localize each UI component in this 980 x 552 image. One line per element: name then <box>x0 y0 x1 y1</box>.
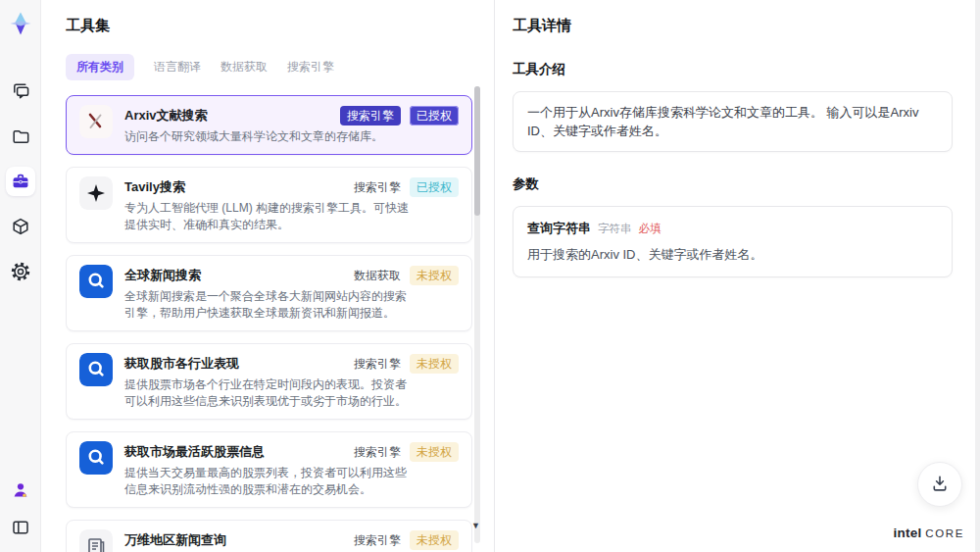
param-header: 查询字符串 字符串 必填 <box>527 220 938 237</box>
tool-card[interactable]: Tavily搜索专为人工智能代理 (LLM) 构建的搜索引擎工具。可快速提供实时… <box>66 167 472 243</box>
tools-list-panel: 工具集 所有类别语言翻译数据获取搜索引擎 Arxiv文献搜索访问各个研究领域大量… <box>42 0 494 552</box>
tool-description: 全球新闻搜索是一个聚合全球各大新闻网站内容的搜索引擎，帮助用户快速获取全球最新资… <box>124 288 412 322</box>
list-scrollbar[interactable] <box>474 86 480 543</box>
category-badge: 搜索引擎 <box>354 177 401 197</box>
user-avatar[interactable] <box>6 476 35 505</box>
tool-badges: 搜索引擎未授权 <box>354 530 459 550</box>
download-button[interactable] <box>917 462 962 507</box>
app-logo[interactable] <box>7 10 34 37</box>
user-icon <box>9 478 32 502</box>
window-scrollbar[interactable] <box>975 0 980 552</box>
intro-box: 一个用于从Arxiv存储库搜索科学论文和文章的工具。 输入可以是Arxiv ID… <box>513 91 953 152</box>
auth-status-badge: 未授权 <box>410 442 459 462</box>
panel-icon <box>9 516 32 539</box>
gear-icon <box>9 260 32 283</box>
chat-icon <box>9 79 32 103</box>
tool-detail-panel: 工具详情 工具介绍 一个用于从Arxiv存储库搜索科学论文和文章的工具。 输入可… <box>494 0 974 552</box>
tool-card[interactable]: 获取股市各行业表现提供股票市场各个行业在特定时间段内的表现。投资者可以利用这些信… <box>66 343 472 420</box>
category-tabs: 所有类别语言翻译数据获取搜索引擎 <box>66 54 494 80</box>
sidebar-item-tools[interactable] <box>6 167 35 196</box>
sidebar <box>0 0 41 552</box>
param-description: 用于搜索的Arxiv ID、关键字或作者姓名。 <box>527 246 938 264</box>
tool-badges: 搜索引擎已授权 <box>354 177 459 197</box>
list-scrollbar-thumb[interactable] <box>474 86 480 216</box>
tool-card[interactable]: 全球新闻搜索全球新闻搜索是一个聚合全球各大新闻网站内容的搜索引擎，帮助用户快速获… <box>66 255 472 331</box>
param-required-badge: 必填 <box>639 222 662 236</box>
detail-title: 工具详情 <box>513 17 953 35</box>
download-icon <box>928 472 952 498</box>
sidebar-item-files[interactable] <box>6 122 35 151</box>
auth-status-badge: 未授权 <box>410 354 459 374</box>
blue-search-icon <box>79 441 113 475</box>
core-wordmark: core <box>925 527 964 539</box>
newspaper-icon <box>79 529 113 552</box>
category-badge: 数据获取 <box>354 266 401 285</box>
toolbox-icon <box>9 170 32 193</box>
sparkle-icon <box>79 176 113 210</box>
blue-search-icon <box>79 265 113 298</box>
tab-1[interactable]: 语言翻译 <box>154 59 201 75</box>
tool-list: Arxiv文献搜索访问各个研究领域大量科学论文和文章的存储库。搜索引擎已授权Ta… <box>66 95 472 552</box>
folder-icon <box>9 125 32 148</box>
category-badge: 搜索引擎 <box>354 354 401 374</box>
tool-body: 万维地区新闻查询查询具体行政区划内的新闻，快速了解各地新闻动 <box>124 529 383 552</box>
auth-status-badge: 已授权 <box>410 106 459 125</box>
sidebar-item-settings[interactable] <box>6 257 35 286</box>
arxiv-icon <box>79 105 113 138</box>
tool-description: 提供股票市场各个行业在特定时间段内的表现。投资者可以利用这些信息来识别表现优于或… <box>124 376 412 410</box>
tool-badges: 数据获取未授权 <box>354 266 459 285</box>
intro-heading: 工具介绍 <box>513 61 953 78</box>
tab-2[interactable]: 数据获取 <box>220 59 268 75</box>
page-title: 工具集 <box>66 17 494 35</box>
intro-text: 一个用于从Arxiv存储库搜索科学论文和文章的工具。 输入可以是Arxiv ID… <box>527 103 938 140</box>
tool-description: 提供当天交易量最高的股票列表，投资者可以利用这些信息来识别流动性强的股票和潜在的… <box>124 465 412 498</box>
sidebar-bottom <box>6 476 35 542</box>
tool-description: 访问各个研究领域大量科学论文和文章的存储库。 <box>124 128 383 145</box>
category-badge: 搜索引擎 <box>354 530 401 550</box>
params-heading: 参数 <box>513 176 953 193</box>
cube-icon <box>9 215 32 238</box>
diamond-logo-icon <box>7 10 34 37</box>
category-badge: 搜索引擎 <box>354 442 401 462</box>
tab-3[interactable]: 搜索引擎 <box>287 59 334 75</box>
tool-badges: 搜索引擎未授权 <box>354 354 459 374</box>
intel-core-logo: intel core <box>894 526 964 540</box>
param-name: 查询字符串 <box>527 220 591 237</box>
sidebar-item-models[interactable] <box>6 212 35 241</box>
intel-wordmark: intel <box>894 526 922 540</box>
sidebar-nav <box>6 76 35 286</box>
tool-card[interactable]: 获取市场最活跃股票信息提供当天交易量最高的股票列表，投资者可以利用这些信息来识别… <box>66 431 472 508</box>
sidebar-item-chat[interactable] <box>6 76 35 106</box>
collapse-sidebar-button[interactable] <box>6 513 35 542</box>
tool-card[interactable]: 万维地区新闻查询查询具体行政区划内的新闻，快速了解各地新闻动搜索引擎未授权 <box>66 520 472 552</box>
auth-status-badge: 未授权 <box>410 530 459 550</box>
param-box: 查询字符串 字符串 必填 用于搜索的Arxiv ID、关键字或作者姓名。 <box>513 206 953 277</box>
tool-badges: 搜索引擎未授权 <box>354 442 459 462</box>
param-type: 字符串 <box>598 222 632 236</box>
category-badge: 搜索引擎 <box>340 106 401 125</box>
scroll-down-arrow[interactable]: ▼ <box>471 521 480 530</box>
tool-badges: 搜索引擎已授权 <box>340 106 459 125</box>
tool-name: 万维地区新闻查询 <box>124 531 383 549</box>
tab-0[interactable]: 所有类别 <box>66 54 134 80</box>
tool-card[interactable]: Arxiv文献搜索访问各个研究领域大量科学论文和文章的存储库。搜索引擎已授权 <box>66 95 472 155</box>
blue-search-icon <box>79 353 113 386</box>
tool-description: 专为人工智能代理 (LLM) 构建的搜索引擎工具。可快速提供实时、准确和真实的结… <box>124 200 412 233</box>
auth-status-badge: 未授权 <box>410 266 459 285</box>
auth-status-badge: 已授权 <box>410 177 459 197</box>
